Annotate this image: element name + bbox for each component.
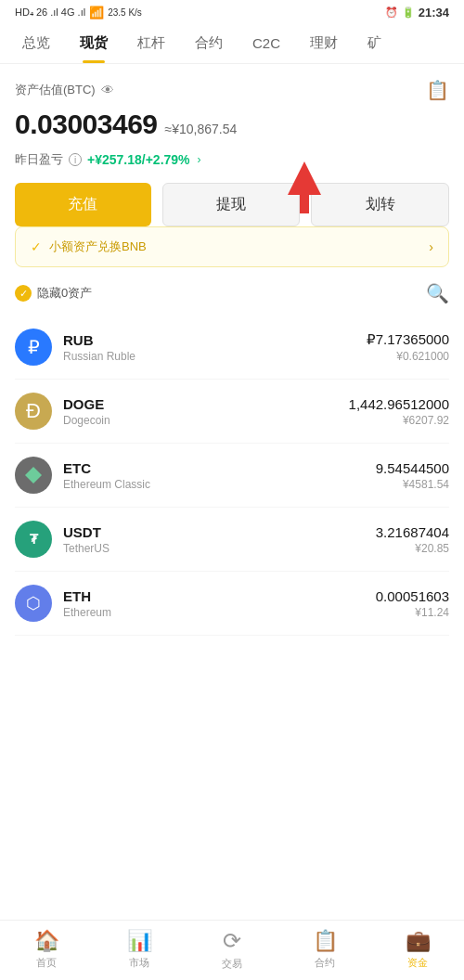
pnl-label: 昨日盈亏 [15, 151, 63, 168]
market-icon: 📊 [127, 929, 152, 953]
etc-fullname: Ethereum Classic [63, 478, 376, 491]
bnb-text: 小额资产兑换BNB [49, 239, 147, 255]
etc-diamond-shape [25, 467, 42, 484]
rub-icon: ₽ [15, 329, 52, 366]
list-item[interactable]: ⬡ ETH Ethereum 0.00051603 ¥11.24 [15, 572, 449, 636]
eth-amount: 0.00051603 [376, 588, 449, 604]
asset-label: 资产估值(BTC) 👁 [15, 82, 114, 98]
usdt-fullname: TetherUS [63, 542, 376, 555]
list-controls: ✓ 隐藏0资产 🔍 [15, 282, 449, 304]
etc-cny: ¥4581.54 [376, 478, 449, 491]
doge-info: DOGE Dogecoin [63, 396, 349, 427]
deposit-button[interactable]: 充值 [15, 183, 151, 226]
bnb-chevron-icon: › [429, 239, 433, 254]
asset-header: 资产估值(BTC) 👁 📋 [15, 79, 449, 101]
usdt-icon: ₮ [15, 521, 52, 558]
bottom-nav-market[interactable]: 📊 市场 [93, 921, 186, 980]
doge-amounts: 1,442.96512000 ¥6207.92 [349, 396, 449, 427]
signal-icons: HD₄ 26 .ıl 4G .ıl [15, 6, 85, 19]
doge-amount: 1,442.96512000 [349, 396, 449, 412]
asset-list: ₽ RUB Russian Ruble ₽7.17365000 ¥0.62100… [15, 316, 449, 636]
status-bar: HD₄ 26 .ıl 4G .ıl 📶 23.5 K/s ⏰ 🔋 21:34 [0, 0, 464, 23]
tab-spot[interactable]: 现货 [65, 23, 122, 63]
rub-fullname: Russian Ruble [63, 350, 367, 363]
bottom-nav-trade[interactable]: ⟳ 交易 [186, 921, 278, 980]
wifi-icon: 📶 [89, 6, 104, 19]
bottom-nav: 🏠 首页 📊 市场 ⟳ 交易 📋 合约 💼 资金 [0, 920, 464, 980]
eth-amounts: 0.00051603 ¥11.24 [376, 588, 449, 619]
current-time: 21:34 [419, 6, 449, 19]
tab-c2c[interactable]: C2C [238, 24, 295, 62]
usdt-cny: ¥20.85 [376, 542, 449, 555]
tab-overview[interactable]: 总览 [7, 23, 65, 63]
action-buttons: 充值 提现 划转 [15, 183, 449, 226]
usdt-amount: 3.21687404 [376, 524, 449, 540]
list-item[interactable]: Ð DOGE Dogecoin 1,442.96512000 ¥6207.92 [15, 380, 449, 444]
trade-label: 交易 [222, 957, 242, 971]
status-right: ⏰ 🔋 21:34 [385, 6, 449, 19]
tab-futures[interactable]: 合约 [180, 23, 238, 63]
eth-cny: ¥11.24 [376, 606, 449, 619]
cny-approx: ≈¥10,867.54 [165, 122, 238, 136]
funds-icon: 💼 [406, 929, 431, 953]
list-item[interactable]: ₮ USDT TetherUS 3.21687404 ¥20.85 [15, 508, 449, 572]
hide-zero-label: 隐藏0资产 [37, 285, 92, 302]
pnl-value: +¥257.18/+2.79% [87, 152, 190, 167]
etc-amount: 9.54544500 [376, 460, 449, 476]
eye-icon[interactable]: 👁 [101, 83, 114, 97]
hide-zero-checkbox[interactable]: ✓ [15, 285, 32, 302]
futures-label: 合约 [315, 956, 335, 970]
rub-symbol: ₽ [28, 336, 40, 358]
search-icon[interactable]: 🔍 [426, 282, 449, 304]
tab-mining[interactable]: 矿 [353, 23, 396, 63]
list-item[interactable]: ₽ RUB Russian Ruble ₽7.17365000 ¥0.62100… [15, 316, 449, 380]
eth-info: ETH Ethereum [63, 588, 376, 619]
bottom-nav-home[interactable]: 🏠 首页 [0, 921, 93, 980]
pnl-chevron[interactable]: › [198, 153, 201, 166]
home-label: 首页 [36, 956, 57, 970]
usdt-amounts: 3.21687404 ¥20.85 [376, 524, 449, 555]
history-icon[interactable]: 📋 [426, 79, 449, 101]
list-item[interactable]: ETC Ethereum Classic 9.54544500 ¥4581.54 [15, 444, 449, 508]
etc-info: ETC Ethereum Classic [63, 460, 376, 491]
tab-margin[interactable]: 杠杆 [122, 23, 180, 63]
doge-icon: Ð [15, 393, 52, 430]
alarm-icon: ⏰ [385, 6, 398, 19]
status-left: HD₄ 26 .ıl 4G .ıl 📶 23.5 K/s [15, 6, 142, 19]
bottom-nav-futures[interactable]: 📋 合约 [278, 921, 371, 980]
btc-value: 0.03003469 [15, 109, 158, 140]
nav-tabs: 总览 现货 杠杆 合约 C2C 理财 矿 [0, 23, 464, 64]
home-icon: 🏠 [34, 929, 59, 953]
doge-symbol-text: DOGE [63, 396, 349, 412]
futures-icon: 📋 [313, 929, 338, 953]
info-icon[interactable]: i [69, 153, 82, 166]
asset-value-row: 0.03003469 ≈¥10,867.54 [15, 109, 449, 140]
transfer-button[interactable]: 划转 [311, 183, 449, 226]
hide-zero-control[interactable]: ✓ 隐藏0资产 [15, 285, 92, 302]
rub-amount: ₽7.17365000 [367, 331, 449, 348]
usdt-symbol-text: USDT [63, 524, 376, 540]
etc-icon [15, 457, 52, 494]
tab-finance[interactable]: 理财 [295, 23, 353, 63]
eth-symbol-text: ETH [63, 588, 376, 604]
market-label: 市场 [129, 956, 149, 970]
bnb-banner[interactable]: ✓ 小额资产兑换BNB › [15, 226, 449, 267]
bottom-nav-funds[interactable]: 💼 资金 [371, 921, 464, 980]
bnb-check-icon: ✓ [31, 239, 42, 254]
etc-symbol-text: ETC [63, 460, 376, 476]
eth-icon: ⬡ [15, 585, 52, 622]
rub-info: RUB Russian Ruble [63, 332, 367, 363]
trade-icon: ⟳ [223, 928, 241, 954]
rub-symbol-text: RUB [63, 332, 367, 348]
main-content: 资产估值(BTC) 👁 📋 0.03003469 ≈¥10,867.54 昨日盈… [0, 64, 464, 701]
bnb-banner-content: ✓ 小额资产兑换BNB [31, 239, 147, 255]
funds-label: 资金 [407, 956, 428, 970]
speed-indicator: 23.5 K/s [108, 7, 142, 18]
doge-fullname: Dogecoin [63, 414, 349, 427]
etc-amounts: 9.54544500 ¥4581.54 [376, 460, 449, 491]
battery-icon: 🔋 [402, 6, 415, 19]
withdraw-button[interactable]: 提现 [162, 183, 301, 226]
rub-amounts: ₽7.17365000 ¥0.621000 [367, 331, 449, 363]
doge-cny: ¥6207.92 [349, 414, 449, 427]
usdt-info: USDT TetherUS [63, 524, 376, 555]
